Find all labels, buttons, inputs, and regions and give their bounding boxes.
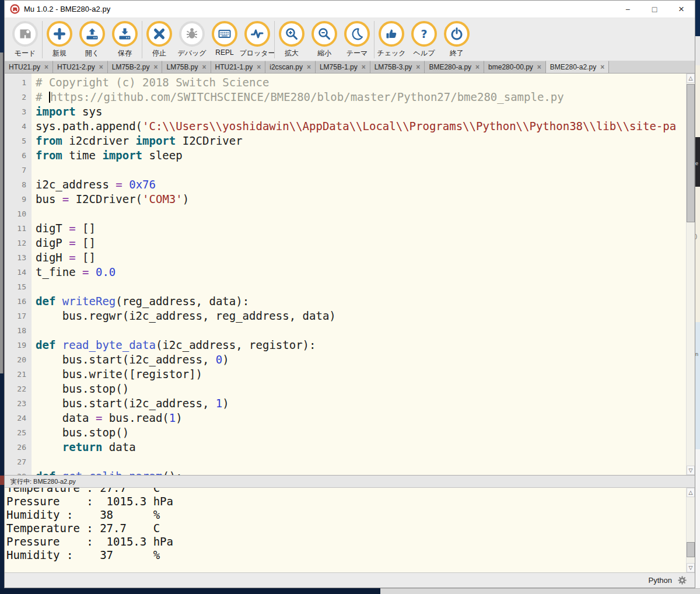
tab-close-icon[interactable]: × [307, 64, 311, 71]
tab-label: bme280-00.py [488, 63, 533, 71]
code-lines[interactable]: # Copyright (c) 2018 Switch Science# htt… [32, 74, 686, 475]
toolbar-label-stop: 停止 [152, 48, 166, 58]
code-line[interactable]: def read_byte_data(i2c_address, registor… [36, 338, 686, 352]
code-line[interactable]: data = bus.read(1) [36, 411, 686, 425]
code-line[interactable]: digP = [] [36, 236, 686, 250]
toolbar-button-quit[interactable]: 終了 [440, 21, 473, 58]
tab-lm75b-3[interactable]: LM75B-3.py× [370, 61, 425, 73]
tab-close-icon[interactable]: × [537, 64, 541, 71]
code-line[interactable]: digH = [] [36, 250, 686, 265]
toolbar-button-check[interactable]: チェック [375, 21, 408, 58]
tab-close-icon[interactable]: × [202, 64, 206, 71]
tab-close-icon[interactable]: × [416, 64, 420, 71]
minimize-button[interactable]: − [614, 1, 641, 18]
tab-htu21-1[interactable]: HTU21-1.py× [211, 61, 266, 73]
code-line[interactable] [36, 323, 686, 338]
code-line[interactable]: bus.regwr(i2c_address, reg_address, data… [36, 309, 686, 323]
toolbar-button-new[interactable]: 新規 [43, 21, 76, 58]
editor-scrollbar-track[interactable] [687, 83, 695, 466]
tab-close-icon[interactable]: × [475, 64, 480, 71]
toolbar-button-zoom-in[interactable]: 拡大 [275, 21, 308, 58]
toolbar-label-debug: デバッグ [177, 48, 206, 58]
tab-htu21-2[interactable]: HTU21-2.py× [53, 61, 108, 73]
code-line[interactable] [36, 207, 686, 221]
zoom-out-icon [317, 27, 331, 41]
code-line[interactable]: # https://github.com/SWITCHSCIENCE/BME28… [36, 90, 686, 104]
pulse-icon [250, 27, 264, 41]
line-number: 12 [5, 236, 32, 250]
sliver-right-darkblock: e [695, 137, 700, 187]
code-line[interactable]: bus.write([registor]) [36, 367, 686, 382]
code-line[interactable]: def get_calib_param(): [36, 469, 686, 475]
scroll-down-icon[interactable]: ▽ [687, 563, 695, 572]
window-title: Mu 1.0.2 - BME280-a2.py [24, 5, 110, 13]
tab-bme280-a[interactable]: BME280-a.py× [425, 61, 484, 73]
tab-i2cscan[interactable]: i2cscan.py× [265, 61, 316, 73]
toolbar-group-file: 新規 開く 保存 [42, 21, 142, 58]
code-line[interactable] [36, 279, 686, 294]
code-line[interactable]: # Copyright (c) 2018 Switch Science [36, 75, 686, 90]
maximize-button[interactable]: □ [641, 1, 668, 18]
code-line[interactable]: bus.stop() [36, 382, 686, 396]
tab-lm75b[interactable]: LM75B.py× [162, 61, 211, 73]
code-line[interactable]: bus.start(i2c_address, 1) [36, 396, 686, 411]
tab-lm75b-2[interactable]: LM75B-2.py× [108, 61, 163, 73]
toolbar-label-zoom-out: 縮小 [317, 48, 331, 58]
code-line[interactable]: t_fine = 0.0 [36, 265, 686, 279]
scroll-up-icon[interactable]: △ [687, 488, 695, 497]
toolbar-button-help[interactable]: ? ヘルプ [408, 21, 440, 58]
code-line[interactable]: from i2cdriver import I2CDriver [36, 134, 686, 148]
line-number: 27 [5, 455, 32, 469]
tab-htu21[interactable]: HTU21.py× [5, 61, 53, 73]
code-line[interactable]: sys.path.append('C:\\Users\\yoshidawin\\… [36, 119, 686, 134]
code-line[interactable]: bus = I2CDriver('COM3') [36, 192, 686, 207]
code-line[interactable]: digT = [] [36, 221, 686, 236]
tab-close-icon[interactable]: × [44, 64, 48, 71]
toolbar-button-debug[interactable]: デバッグ [176, 21, 208, 58]
tab-close-icon[interactable]: × [257, 64, 261, 71]
line-number: 16 [5, 294, 32, 309]
output-scrollbar[interactable]: △ ▽ [686, 488, 695, 572]
code-line[interactable]: import sys [36, 104, 686, 119]
code-line[interactable]: def writeReg(reg_address, data): [36, 294, 686, 309]
code-line[interactable]: bus.stop() [36, 425, 686, 440]
code-line[interactable]: from time import sleep [36, 148, 686, 163]
toolbar-button-theme[interactable]: テーマ [341, 21, 373, 58]
output-panel[interactable]: Temperature : 27.7 C Pressure : 1015.3 h… [5, 488, 695, 572]
output-scrollbar-track[interactable] [687, 497, 695, 563]
scroll-down-icon[interactable]: ▽ [687, 466, 695, 475]
tab-bme280-00[interactable]: bme280-00.py× [484, 61, 546, 73]
toolbar-group-run: 停止 デバッグ REPL プロッター [142, 21, 274, 58]
code-editor[interactable]: 1234567891011121314151617181920212223242… [5, 74, 695, 475]
tab-close-icon[interactable]: × [362, 64, 366, 71]
tab-close-icon[interactable]: × [600, 64, 604, 71]
line-number: 3 [5, 104, 32, 119]
code-line[interactable] [36, 163, 686, 177]
tab-close-icon[interactable]: × [153, 64, 158, 71]
code-line[interactable] [36, 455, 686, 469]
sliver-right-navy [695, 0, 700, 36]
code-line[interactable]: i2c_address = 0x76 [36, 177, 686, 192]
toolbar-button-repl[interactable]: REPL [208, 21, 241, 58]
toolbar-group-view: 拡大 縮小 テーマ [274, 21, 374, 58]
mode-indicator: Python [649, 576, 672, 585]
code-line[interactable]: return data [36, 440, 686, 455]
editor-scrollbar[interactable]: △ ▽ [686, 74, 695, 475]
toolbar-button-save[interactable]: 保存 [108, 21, 141, 58]
tab-close-icon[interactable]: × [99, 64, 103, 71]
code-line[interactable]: bus.start(i2c_address, 0) [36, 352, 686, 367]
toolbar-button-open[interactable]: 開く [76, 21, 108, 58]
toolbar-button-plotter[interactable]: プロッター [241, 21, 274, 58]
close-button[interactable]: × [668, 1, 695, 18]
gear-icon[interactable] [677, 575, 687, 585]
editor-scrollbar-thumb[interactable] [687, 84, 695, 222]
background-window-sliver-right: e ) n [695, 0, 700, 594]
toolbar-button-mode[interactable]: モード [9, 21, 41, 58]
toolbar-button-zoom-out[interactable]: 縮小 [308, 21, 341, 58]
scroll-up-icon[interactable]: △ [687, 74, 695, 83]
tab-lm75b-1[interactable]: LM75B-1.py× [316, 61, 370, 73]
output-scrollbar-thumb[interactable] [687, 542, 695, 557]
toolbar-button-stop[interactable]: 停止 [143, 21, 176, 58]
taskbar-sliver-gray [380, 588, 700, 594]
tab-bme280-a2[interactable]: BME280-a2.py× [546, 61, 609, 73]
